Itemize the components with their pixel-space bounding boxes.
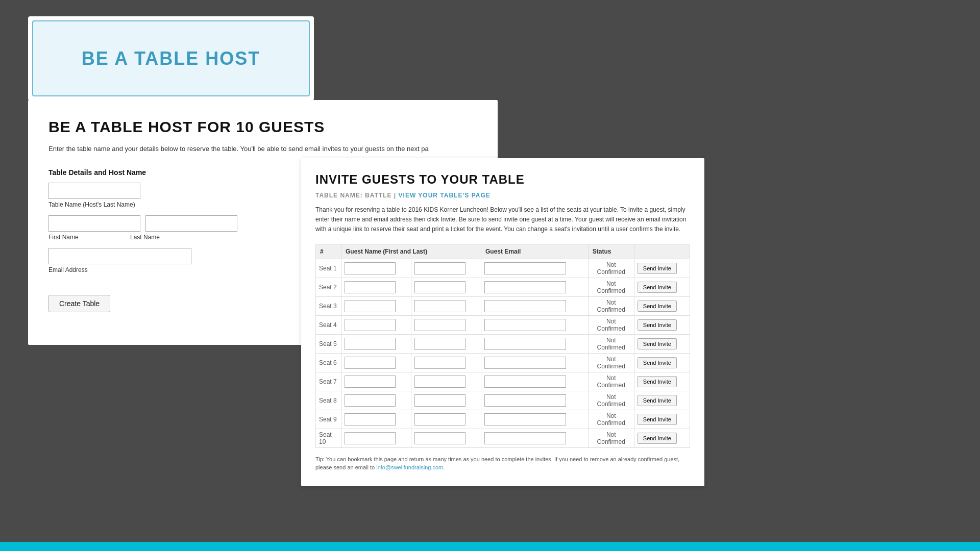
table-name-input[interactable] [48, 183, 140, 199]
seat-last-name-input[interactable] [414, 375, 465, 388]
send-invite-button[interactable]: Send Invite [638, 338, 677, 349]
tip-text: Tip: You can bookmark this page and retu… [315, 455, 690, 472]
form-section-title: Table Details and Host Name [48, 168, 242, 177]
seat-email-input[interactable] [484, 413, 566, 425]
seat-email-input[interactable] [484, 394, 566, 407]
seat-last-name-cell [411, 315, 481, 334]
seat-first-name-cell [341, 334, 411, 353]
seat-first-name-cell [341, 315, 411, 334]
seat-last-name-input[interactable] [414, 413, 465, 425]
seat-number: Seat 6 [316, 353, 341, 372]
first-name-input[interactable] [48, 215, 140, 232]
seat-last-name-input[interactable] [414, 357, 465, 369]
seat-first-name-cell [341, 296, 411, 315]
seat-last-name-input[interactable] [414, 338, 465, 350]
seat-last-name-cell [411, 353, 481, 372]
email-input[interactable] [48, 248, 191, 264]
seat-number: Seat 5 [316, 334, 341, 353]
seat-email-input[interactable] [484, 375, 566, 388]
seat-email-cell [481, 334, 589, 353]
seat-email-cell [481, 410, 589, 429]
view-table-link[interactable]: VIEW YOUR TABLE'S PAGE [399, 192, 491, 199]
seat-email-input[interactable] [484, 262, 566, 274]
send-invite-cell: Send Invite [634, 259, 690, 278]
main-description: Enter the table name and your details be… [48, 144, 477, 154]
seat-status: Not Confirmed [588, 410, 634, 429]
seat-email-input[interactable] [484, 338, 566, 350]
seats-table: # Guest Name (First and Last) Guest Emai… [315, 244, 690, 448]
send-invite-button[interactable]: Send Invite [638, 414, 677, 425]
seat-first-name-input[interactable] [345, 338, 396, 350]
seat-email-input[interactable] [484, 357, 566, 369]
table-header-row: # Guest Name (First and Last) Guest Emai… [316, 244, 690, 259]
seat-status: Not Confirmed [588, 278, 634, 296]
seat-first-name-input[interactable] [345, 375, 396, 388]
seat-first-name-input[interactable] [345, 413, 396, 425]
send-invite-button[interactable]: Send Invite [638, 357, 677, 368]
seat-last-name-cell [411, 391, 481, 410]
tip-email-link[interactable]: info@swellfundraising.com [376, 464, 443, 470]
seat-first-name-input[interactable] [345, 357, 396, 369]
seat-status: Not Confirmed [588, 296, 634, 315]
table-row: Seat 4 Not Confirmed Send Invite [316, 315, 690, 334]
send-invite-button[interactable]: Send Invite [638, 433, 677, 444]
send-invite-button[interactable]: Send Invite [638, 300, 677, 312]
seat-last-name-cell [411, 259, 481, 278]
last-name-input[interactable] [145, 215, 237, 232]
header-banner: BE A TABLE HOST [32, 20, 310, 96]
seat-first-name-input[interactable] [345, 262, 396, 274]
seat-first-name-cell [341, 391, 411, 410]
table-row: Seat 2 Not Confirmed Send Invite [316, 278, 690, 296]
seat-email-input[interactable] [484, 281, 566, 293]
send-invite-button[interactable]: Send Invite [638, 376, 677, 387]
seat-last-name-input[interactable] [414, 281, 465, 293]
seat-first-name-cell [341, 372, 411, 391]
seat-last-name-input[interactable] [414, 394, 465, 407]
send-invite-cell: Send Invite [634, 353, 690, 372]
seat-status: Not Confirmed [588, 372, 634, 391]
seat-number: Seat 8 [316, 391, 341, 410]
seat-email-input[interactable] [484, 300, 566, 312]
send-invite-button[interactable]: Send Invite [638, 263, 677, 274]
main-title: BE A TABLE HOST FOR 10 GUESTS [48, 118, 477, 136]
seat-first-name-input[interactable] [345, 281, 396, 293]
send-invite-button[interactable]: Send Invite [638, 282, 677, 293]
seat-last-name-input[interactable] [414, 432, 465, 444]
seat-last-name-cell [411, 278, 481, 296]
send-invite-button[interactable]: Send Invite [638, 319, 677, 331]
send-invite-cell: Send Invite [634, 391, 690, 410]
seat-first-name-cell [341, 259, 411, 278]
seat-status: Not Confirmed [588, 259, 634, 278]
seat-first-name-cell [341, 353, 411, 372]
seat-status: Not Confirmed [588, 429, 634, 447]
send-invite-cell: Send Invite [634, 315, 690, 334]
seat-number: Seat 1 [316, 259, 341, 278]
bottom-bar [0, 542, 980, 551]
seat-email-input[interactable] [484, 319, 566, 331]
send-invite-cell: Send Invite [634, 429, 690, 447]
seat-last-name-input[interactable] [414, 319, 465, 331]
invite-description: Thank you for reserving a table to 2016 … [315, 205, 690, 235]
form-section: Table Details and Host Name Table Name (… [48, 168, 242, 312]
seat-number: Seat 10 [316, 429, 341, 447]
last-name-label: Last Name [130, 234, 207, 241]
seat-first-name-input[interactable] [345, 300, 396, 312]
send-invite-button[interactable]: Send Invite [638, 395, 677, 406]
seat-first-name-input[interactable] [345, 319, 396, 331]
seat-last-name-input[interactable] [414, 300, 465, 312]
seat-email-input[interactable] [484, 432, 566, 444]
send-invite-cell: Send Invite [634, 278, 690, 296]
seat-first-name-input[interactable] [345, 394, 396, 407]
seat-email-cell [481, 259, 589, 278]
seat-status: Not Confirmed [588, 353, 634, 372]
table-name-label: Table Name (Host's Last Name) [48, 201, 242, 208]
seat-number: Seat 3 [316, 296, 341, 315]
first-name-label: First Name [48, 234, 125, 241]
table-row: Seat 9 Not Confirmed Send Invite [316, 410, 690, 429]
seat-first-name-input[interactable] [345, 432, 396, 444]
seat-number: Seat 9 [316, 410, 341, 429]
seat-number: Seat 2 [316, 278, 341, 296]
seat-last-name-cell [411, 429, 481, 447]
seat-last-name-input[interactable] [414, 262, 465, 274]
create-table-button[interactable]: Create Table [48, 295, 110, 312]
